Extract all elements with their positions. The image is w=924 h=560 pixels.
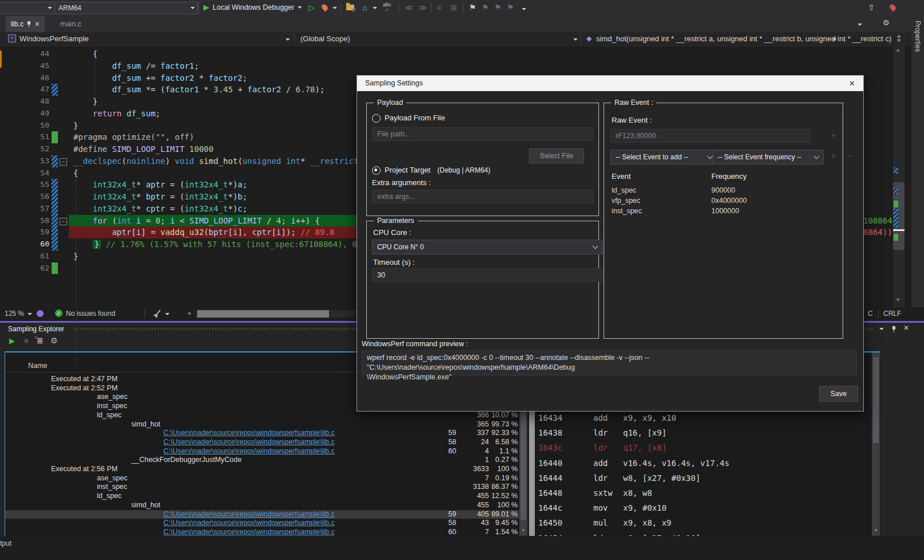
event-select-dropdown[interactable]: -- Select Event to add -- (610, 150, 717, 165)
editor-line[interactable]: } (69, 120, 78, 132)
issues-status[interactable]: No issues found (66, 310, 115, 318)
editor-line[interactable]: int32x4_t* aptr = (int32x4_t*)a; (69, 179, 247, 191)
function-chevron-icon[interactable] (832, 38, 837, 41)
editor-line[interactable]: df_sum += factor2 * factor2; (69, 72, 248, 84)
editor-line[interactable]: #define SIMD_LOOP_LIMIT 10000 (69, 143, 213, 155)
gear-icon[interactable]: ⚙ (883, 18, 890, 27)
code-token: factor2 (248, 85, 281, 94)
feedback-icon[interactable] (37, 310, 44, 317)
cleanup-chevron-icon[interactable] (165, 313, 170, 315)
tab-properties[interactable]: Properties (914, 21, 922, 52)
start-without-debugging-icon[interactable]: ▷ (308, 2, 315, 13)
clear-bookmarks-icon[interactable]: ⚑ (507, 2, 514, 13)
dialog-title-bar[interactable]: Sampling Settings ✕ (357, 76, 863, 91)
extra-arguments-input[interactable]: extra args... (372, 190, 593, 203)
spell-check-icon[interactable]: abc ✓ (383, 2, 391, 12)
raw-event-input[interactable]: rF123:80000 (610, 129, 810, 143)
hot-reload-chevron-icon[interactable] (332, 7, 337, 9)
collapse-icon[interactable]: − (60, 218, 67, 225)
project-dropdown[interactable]: WindowsPerfSample (19, 34, 89, 43)
editor-line[interactable]: __declspec(noinline) void simd_hot(unsig… (69, 155, 358, 167)
editor-line[interactable] (69, 263, 73, 275)
editor-line[interactable]: df_sum *= (factor1 * 3.45 + factor2 / 6.… (69, 84, 324, 96)
scroll-left-icon[interactable]: ◄ (186, 310, 192, 316)
payload-from-file-radio[interactable] (372, 114, 381, 123)
feedback-flame-icon[interactable] (888, 3, 897, 12)
navigate-home-icon[interactable]: ⌂ (362, 2, 367, 13)
increase-indent-icon[interactable]: ≣ (451, 2, 457, 13)
editor-line[interactable]: return df_sum; (69, 108, 160, 120)
scrollbar-thumb[interactable] (197, 310, 329, 318)
platform-dropdown[interactable]: ARM64 (54, 2, 199, 14)
start-debugging-button[interactable]: ▶ Local Windows Debugger (203, 3, 302, 11)
scope-chevron-icon[interactable] (573, 38, 578, 41)
project-target-label[interactable]: Project Target (385, 166, 430, 174)
editor-line[interactable]: { (69, 48, 97, 60)
toolbar-overflow-icon[interactable] (522, 8, 526, 10)
hot-reload-icon[interactable] (320, 3, 329, 12)
cpu-core-dropdown[interactable]: CPU Core N° 0 (372, 240, 602, 254)
close-icon[interactable]: ✕ (849, 76, 855, 91)
scroll-down-icon[interactable]: ▼ (895, 297, 900, 303)
close-icon[interactable]: ✕ (903, 324, 909, 332)
file-path-input[interactable]: File path... (372, 127, 593, 141)
navigate-forward-icon[interactable]: ≫ (418, 2, 427, 13)
pin-icon[interactable] (892, 326, 896, 332)
navigate-chevron-icon[interactable] (373, 7, 377, 9)
save-button[interactable]: Save (819, 386, 858, 402)
pin-icon[interactable] (27, 21, 31, 28)
function-dropdown[interactable]: simd_hot(unsigned int * __restrict a, un… (596, 34, 891, 43)
project-target-radio[interactable] (372, 166, 381, 175)
decrease-indent-icon[interactable]: ≡ (437, 2, 441, 13)
timeout-input[interactable]: 30 (372, 268, 602, 282)
add-raw-event-button[interactable]: + (831, 131, 836, 141)
close-icon[interactable]: ✕ (34, 21, 40, 28)
share-icon[interactable]: ⇧ (868, 2, 875, 13)
payload-from-file-label[interactable]: Payload From File (385, 113, 445, 122)
previous-bookmark-icon[interactable]: ⚑ (481, 2, 489, 13)
scope-dropdown[interactable]: (Global Scope) (300, 34, 350, 43)
tab-lib-c[interactable]: lib.c ✕ (6, 16, 45, 32)
settings-gear-icon[interactable]: ⚙ (50, 336, 58, 345)
bookmark-icon[interactable]: ⚑ (469, 2, 476, 13)
clear-list-icon[interactable]: ≣✕ (37, 336, 44, 345)
editor-line[interactable]: df_sum /= factor1; (69, 60, 199, 72)
run-sampling-icon[interactable]: ▶ (9, 336, 15, 345)
editor-line[interactable]: } (69, 250, 78, 263)
tab-main-c[interactable]: main.c (55, 16, 87, 32)
code-token: aptr (146, 180, 165, 189)
editor-line[interactable]: int32x4_t* cptr = (int32x4_t*)c; (69, 203, 247, 215)
scroll-up-icon[interactable]: ▲ (895, 47, 900, 53)
next-bookmark-icon[interactable]: ⚑ (494, 2, 502, 13)
solution-config-dropdown[interactable]: g (0, 2, 56, 14)
disassembly-scrollbar[interactable]: ▼ (872, 353, 880, 537)
editor-vertical-scrollbar[interactable]: ▲ ▼ (893, 46, 905, 307)
find-in-files-icon[interactable] (346, 5, 354, 10)
navigate-back-icon[interactable]: ≪ (405, 2, 413, 13)
code-token: for (93, 216, 107, 225)
scroll-down-icon[interactable]: ▼ (874, 528, 878, 533)
editor-line[interactable]: int32x4_t* bptr = (int32x4_t*)b; (69, 191, 247, 203)
line-ending-status[interactable]: CRLF (883, 310, 901, 318)
collapse-icon[interactable]: − (60, 158, 67, 166)
editor-line[interactable]: #pragma optimize("", off) (69, 131, 194, 143)
zoom-level-dropdown[interactable]: 125 % (5, 310, 24, 318)
project-chevron-icon[interactable] (285, 38, 290, 41)
tab-list-chevron-icon[interactable] (858, 24, 862, 26)
editor-line[interactable]: { (69, 167, 78, 179)
zoom-chevron-icon[interactable] (28, 313, 32, 315)
encoding-status[interactable]: C (868, 310, 873, 318)
split-window-icon[interactable]: ‡ (896, 33, 901, 43)
output-window-title[interactable]: tput (0, 539, 11, 547)
remove-event-button[interactable]: − (848, 151, 853, 162)
add-event-button[interactable]: + (831, 151, 836, 162)
command-preview-box[interactable]: wperf record -e ld_spec:0x4000000 -c 0 -… (362, 350, 857, 375)
event-frequency-dropdown[interactable]: -- Select Event frequency -- (712, 150, 824, 165)
code-cleanup-icon[interactable] (154, 310, 162, 318)
editor-line[interactable]: } // 1.76% (1.57% with 57 hits (inst_spe… (69, 238, 396, 250)
scrollbar-thumb[interactable] (873, 357, 879, 443)
stop-sampling-icon[interactable]: ■ (24, 336, 29, 345)
editor-line[interactable]: } (69, 96, 97, 108)
window-position-icon[interactable] (879, 328, 884, 330)
select-file-button[interactable]: Select File (529, 148, 584, 163)
